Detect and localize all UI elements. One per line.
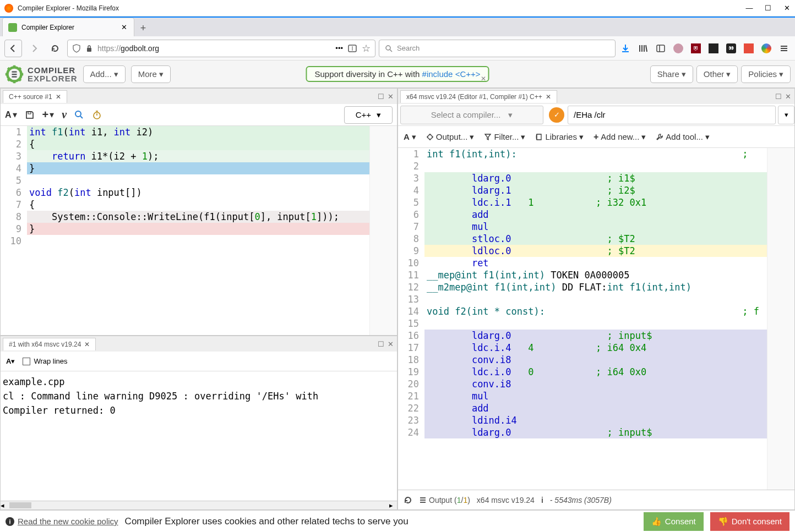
output-toggle[interactable]: Output (1/1): [419, 496, 470, 504]
language-dropdown[interactable]: C++▾: [344, 106, 393, 124]
maximize-pane-icon[interactable]: ☐: [775, 92, 782, 101]
policies-button[interactable]: Policies ▾: [741, 65, 791, 83]
minimap[interactable]: [767, 148, 794, 490]
svg-rect-3: [657, 45, 665, 52]
more-button[interactable]: More ▾: [131, 65, 171, 83]
thumbs-down-icon: 👎: [718, 517, 728, 526]
pane-layout: C++ source #1 ✕ ☐ ✕ A▾ +▾ v C++▾: [0, 88, 795, 510]
code-lines[interactable]: int f1(int i1, int i2){ return i1*(i2 + …: [27, 126, 369, 335]
share-button[interactable]: Share▾: [650, 65, 693, 83]
gear-icon: [426, 133, 434, 141]
ext-icon-1[interactable]: [672, 42, 685, 55]
svg-point-2: [386, 46, 390, 50]
tab-close-icon[interactable]: ✕: [119, 23, 128, 31]
compiler-tabs: x64 msvc v19.24 (Editor #1, Compiler #1)…: [398, 89, 794, 104]
stopwatch-icon[interactable]: [92, 110, 102, 120]
caret-down-icon: ▾: [779, 69, 783, 79]
minimap[interactable]: [369, 126, 397, 335]
font-button[interactable]: A▾: [5, 109, 17, 120]
back-button[interactable]: [4, 40, 22, 57]
maximize-pane-icon[interactable]: ☐: [378, 340, 384, 348]
bookmark-star-icon[interactable]: ☆: [362, 42, 371, 54]
consent-button[interactable]: 👍Consent: [644, 512, 704, 531]
lock-icon: [85, 45, 93, 52]
meatball-icon[interactable]: •••: [335, 44, 343, 52]
save-icon[interactable]: [25, 110, 35, 120]
cookie-policy-link[interactable]: i Read the new cookie policy: [6, 517, 118, 526]
reload-icon[interactable]: [404, 496, 412, 504]
compiler-tab[interactable]: x64 msvc v19.24 (Editor #1, Compiler #1)…: [400, 90, 557, 103]
banner-link[interactable]: #include <C++>: [422, 69, 481, 79]
close-icon[interactable]: ✕: [84, 341, 90, 348]
forward-button[interactable]: [25, 40, 43, 57]
compile-time-label: - 5543ms (3057B): [550, 496, 612, 504]
close-pane-icon[interactable]: ✕: [785, 92, 791, 101]
asm-editor[interactable]: 123456789101112131415161718192021222324 …: [398, 148, 794, 490]
info-icon[interactable]: i: [541, 496, 543, 504]
reload-button[interactable]: [46, 40, 64, 57]
ext-icon-4[interactable]: 👀: [725, 42, 738, 55]
filter-dropdown[interactable]: Filter...▾: [484, 132, 525, 142]
status-ok-icon: ✓: [549, 107, 564, 123]
close-button[interactable]: ✕: [783, 4, 791, 12]
add-tool-dropdown[interactable]: Add tool...▾: [656, 132, 710, 142]
other-button[interactable]: Other ▾: [696, 65, 738, 83]
download-icon[interactable]: [619, 42, 632, 55]
ext-icon-2[interactable]: ⛨: [689, 42, 703, 55]
source-pane: C++ source #1 ✕ ☐ ✕ A▾ +▾ v C++▾: [0, 88, 398, 336]
sidebar-icon[interactable]: [654, 42, 667, 55]
compiler-pane: x64 msvc v19.24 (Editor #1, Compiler #1)…: [398, 88, 795, 510]
search-icon[interactable]: [74, 110, 84, 120]
close-pane-icon[interactable]: ✕: [388, 92, 394, 101]
add-icon[interactable]: +▾: [42, 108, 55, 121]
output-body[interactable]: example.cppcl : Command line warning D90…: [1, 371, 397, 501]
editor-toolbar: A▾ +▾ v C++▾: [1, 104, 397, 126]
book-icon: [535, 133, 543, 141]
browser-tab[interactable]: Compiler Explorer ✕: [2, 18, 134, 36]
svg-point-6: [75, 111, 81, 117]
add-button[interactable]: Add... ▾: [83, 65, 126, 83]
url-text: https://godbolt.org: [97, 44, 331, 53]
dont-consent-button[interactable]: 👎Don't consent: [710, 512, 789, 531]
font-button[interactable]: A▾: [404, 132, 416, 142]
maximize-pane-icon[interactable]: ☐: [378, 92, 384, 101]
browser-search-box[interactable]: Search: [379, 40, 616, 57]
close-icon[interactable]: ✕: [56, 93, 61, 101]
ext-icon-5[interactable]: [742, 42, 755, 55]
maximize-button[interactable]: ☐: [764, 4, 772, 12]
info-icon: i: [6, 517, 14, 526]
close-pane-icon[interactable]: ✕: [388, 340, 394, 348]
caret-down-icon: ▾: [114, 69, 118, 79]
font-button[interactable]: A▾: [6, 357, 15, 365]
vim-icon[interactable]: v: [62, 108, 67, 121]
wrap-lines-checkbox[interactable]: Wrap lines: [23, 357, 67, 365]
reader-icon[interactable]: [347, 43, 357, 53]
library-icon[interactable]: [636, 42, 650, 55]
app-logo[interactable]: COMPILER EXPLORER: [4, 64, 78, 84]
caret-down-icon: ▾: [726, 69, 731, 79]
close-icon[interactable]: ✕: [546, 93, 551, 101]
ext-icon-3[interactable]: [707, 42, 720, 55]
libraries-dropdown[interactable]: Libraries▾: [535, 132, 584, 142]
output-dropdown[interactable]: Output...▾: [426, 132, 475, 142]
wrench-icon: [656, 133, 663, 141]
scrollbar-horizontal[interactable]: ◂▸: [1, 501, 397, 509]
flags-dropdown-icon[interactable]: ▾: [778, 106, 794, 124]
list-icon: [419, 496, 427, 504]
search-placeholder: Search: [397, 44, 420, 52]
minimize-button[interactable]: —: [745, 4, 753, 12]
browser-toolbar-icons: ⛨ 👀: [619, 42, 791, 55]
new-tab-button[interactable]: +: [134, 20, 152, 36]
hamburger-icon[interactable]: [777, 42, 791, 55]
add-new-dropdown[interactable]: +Add new...▾: [593, 132, 646, 142]
ext-icon-6[interactable]: [760, 42, 773, 55]
compiler-flags-input[interactable]: /EHa /clr: [568, 106, 776, 124]
banner-close-icon[interactable]: ✕: [481, 75, 486, 83]
output-tab[interactable]: #1 with x64 msvc v19.24 ✕: [3, 338, 96, 350]
caret-down-icon: ▾: [508, 110, 513, 120]
compiler-selector[interactable]: Select a compiler...▾: [400, 106, 543, 124]
source-tab[interactable]: C++ source #1 ✕: [3, 90, 67, 103]
code-lines[interactable]: int f1(int,int): ; ldarg.0 ; i1$ ldarg.1…: [424, 148, 767, 490]
url-bar[interactable]: https://godbolt.org ••• ☆: [67, 40, 375, 57]
source-editor[interactable]: 12345678910 int f1(int i1, int i2){ retu…: [1, 126, 397, 335]
